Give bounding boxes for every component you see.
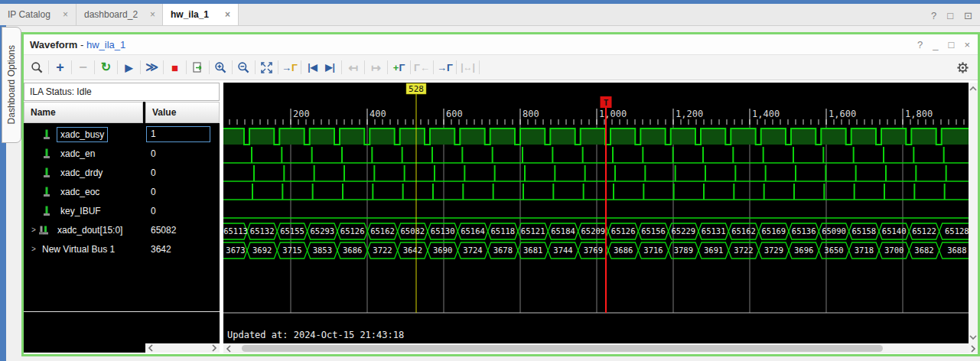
zoom-fit-button[interactable] xyxy=(258,58,275,76)
svg-text:65162: 65162 xyxy=(370,226,395,236)
signal-row-xadc-drdy[interactable]: xadc_drdy xyxy=(24,163,143,182)
swap-left-button[interactable]: ↤ xyxy=(344,58,362,76)
scroll-right-icon xyxy=(970,345,976,353)
waveform-canvas[interactable]: 2004006008001,0001,2001,4001,6001,800651… xyxy=(223,83,969,343)
panel-controls: ? _ □ × xyxy=(917,34,970,55)
row-separator-line xyxy=(24,311,220,312)
next-marker-button[interactable]: →Γ xyxy=(436,58,454,76)
swap-right-button[interactable]: ↦ xyxy=(367,58,385,76)
signal-row-new-virtual-bus-1[interactable]: >New Virtual Bus 1 xyxy=(24,239,143,259)
svg-text:65229: 65229 xyxy=(672,226,696,236)
scroll-left-icon[interactable] xyxy=(226,345,232,353)
name-column-header[interactable]: Name xyxy=(24,102,143,123)
scrollbar-corner[interactable] xyxy=(969,343,978,353)
svg-text:65164: 65164 xyxy=(461,226,485,236)
svg-text:528: 528 xyxy=(409,84,424,94)
tab-hw-ila-1[interactable]: hw_ila_1 × xyxy=(163,4,239,25)
signal-name-label: xadc_dout[15:0] xyxy=(54,223,126,238)
run-trigger-repetitive-button[interactable]: ≫ xyxy=(143,58,161,76)
signal-row-xadc-busy[interactable]: xadc_busy xyxy=(24,125,143,144)
previous-marker-button[interactable]: Γ← xyxy=(413,58,431,76)
maximize-icon[interactable]: □ xyxy=(949,39,955,50)
svg-text:65156: 65156 xyxy=(641,226,666,236)
signal-name-column: xadc_busyxadc_enxadc_drdyxadc_eockey_IBU… xyxy=(24,125,143,311)
panel-title-link[interactable]: hw_ila_1 xyxy=(86,39,125,50)
tab-dashboard-2[interactable]: dashboard_2 × xyxy=(77,4,163,25)
close-icon[interactable]: × xyxy=(150,9,155,20)
run-trigger-button[interactable]: ▶ xyxy=(120,58,138,76)
close-icon[interactable]: × xyxy=(964,39,970,50)
goto-previous-transition-button[interactable]: |◀ xyxy=(304,58,321,76)
swap-markers-button[interactable]: |↔| xyxy=(459,58,477,76)
svg-text:600: 600 xyxy=(446,109,463,119)
close-icon[interactable]: × xyxy=(225,9,230,20)
waveform-horizontal-scrollbar[interactable] xyxy=(223,343,969,353)
close-icon[interactable]: × xyxy=(63,9,68,20)
svg-text:3724: 3724 xyxy=(463,246,482,255)
add-probe-button[interactable]: + xyxy=(51,58,69,76)
minimize-icon[interactable]: _ xyxy=(933,39,938,50)
goto-trigger-button[interactable]: →Γ xyxy=(281,58,298,76)
stop-trigger-button[interactable]: ■ xyxy=(166,58,184,76)
signal-row-xadc-dout-15-0-[interactable]: >xadc_dout[15:0] xyxy=(24,220,143,239)
maximize-icon[interactable]: ⊡ xyxy=(964,10,972,21)
signal-value-xadc-dout-15-0-[interactable]: 65082 xyxy=(145,220,220,239)
value-column-header[interactable]: Value xyxy=(145,102,220,123)
signal-value-xadc-en[interactable]: 0 xyxy=(145,144,220,163)
float-icon[interactable]: □ xyxy=(947,10,953,21)
svg-text:3769: 3769 xyxy=(584,246,603,255)
svg-text:3715: 3715 xyxy=(282,246,301,255)
goto-next-transition-button[interactable]: ▶| xyxy=(321,58,339,76)
svg-text:3729: 3729 xyxy=(764,246,783,255)
panel-title: Waveform xyxy=(30,39,77,50)
search-button[interactable] xyxy=(28,58,46,76)
signal-name-label: key_IBUF xyxy=(57,203,105,219)
signal-value-xadc-eoc[interactable]: 0 xyxy=(145,182,220,201)
panel-title-bar: Waveform - hw_ila_1 ? _ □ × xyxy=(24,34,978,55)
help-icon[interactable]: ? xyxy=(917,39,923,50)
signal-row-xadc-eoc[interactable]: xadc_eoc xyxy=(24,182,143,201)
tab-ip-catalog[interactable]: IP Catalog × xyxy=(0,4,77,25)
scroll-left-icon[interactable] xyxy=(148,344,154,352)
svg-text:3722: 3722 xyxy=(373,246,392,255)
scrollbar-thumb[interactable] xyxy=(242,345,883,352)
help-icon[interactable]: ? xyxy=(931,10,936,21)
run-trigger-immediate-button[interactable]: ↻ xyxy=(97,58,115,76)
svg-text:65184: 65184 xyxy=(551,226,575,236)
expand-icon[interactable]: > xyxy=(29,226,38,234)
add-marker-button[interactable]: +Γ xyxy=(390,58,408,76)
svg-text:1,800: 1,800 xyxy=(905,109,933,119)
svg-text:3696: 3696 xyxy=(794,246,813,255)
remove-probe-button[interactable]: − xyxy=(74,58,92,76)
value-header-label: Value xyxy=(152,107,176,118)
scroll-down-icon[interactable] xyxy=(969,334,977,340)
signal-value-new-virtual-bus-1[interactable]: 3642 xyxy=(145,239,220,259)
dashboard-options-tab[interactable]: Dashboard Options xyxy=(2,27,21,143)
svg-text:3744: 3744 xyxy=(553,246,572,255)
zoom-in-button[interactable] xyxy=(212,58,230,76)
signal-value-key-ibuf[interactable]: 0 xyxy=(145,201,220,220)
signal-value-xadc-busy[interactable]: 1 xyxy=(145,125,220,144)
signal-name-label: xadc_en xyxy=(57,146,99,161)
svg-text:3681: 3681 xyxy=(523,246,542,255)
scroll-right-icon[interactable] xyxy=(211,344,217,352)
svg-text:3691: 3691 xyxy=(704,246,723,255)
scroll-up-icon[interactable] xyxy=(969,86,977,92)
svg-text:3692: 3692 xyxy=(252,246,272,255)
svg-text:65158: 65158 xyxy=(852,226,877,236)
svg-text:65140: 65140 xyxy=(882,226,907,236)
zoom-out-button[interactable] xyxy=(235,58,252,76)
waveform-vertical-scrollbar[interactable] xyxy=(969,83,978,343)
svg-text:65130: 65130 xyxy=(431,226,455,236)
signal-row-xadc-en[interactable]: xadc_en xyxy=(24,144,143,163)
svg-text:1,000: 1,000 xyxy=(599,109,627,119)
svg-text:3686: 3686 xyxy=(614,246,633,255)
expand-icon[interactable]: > xyxy=(29,245,38,253)
svg-text:3700: 3700 xyxy=(884,246,903,255)
svg-text:65122: 65122 xyxy=(912,226,936,236)
export-ila-data-button[interactable] xyxy=(189,58,207,76)
signal-value-xadc-drdy[interactable]: 0 xyxy=(145,163,220,182)
settings-button[interactable] xyxy=(955,60,970,75)
signal-row-key-ibuf[interactable]: key_IBUF xyxy=(24,201,143,220)
value-column-scrollbar[interactable] xyxy=(145,343,220,353)
